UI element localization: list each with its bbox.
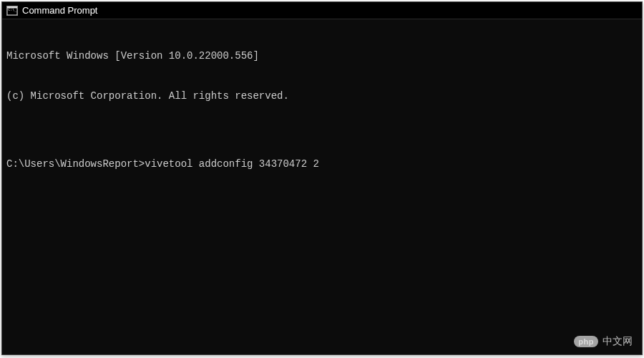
command-prompt-icon: C:\_ (6, 5, 18, 16)
terminal-output[interactable]: Microsoft Windows [Version 10.0.22000.55… (2, 19, 642, 354)
command-input[interactable]: vivetool addconfig 34370472 2 (145, 158, 319, 171)
svg-text:C:\_: C:\_ (8, 7, 17, 12)
banner-line: Microsoft Windows [Version 10.0.22000.55… (6, 49, 638, 63)
window-title: Command Prompt (22, 6, 97, 15)
titlebar[interactable]: C:\_ Command Prompt (2, 2, 642, 19)
prompt-line: C:\Users\WindowsReport>vivetool addconfi… (6, 158, 638, 171)
prompt-path: C:\Users\WindowsReport> (6, 158, 145, 171)
banner-line: (c) Microsoft Corporation. All rights re… (6, 90, 638, 103)
command-prompt-window: C:\_ Command Prompt Microsoft Windows [V… (1, 1, 643, 355)
